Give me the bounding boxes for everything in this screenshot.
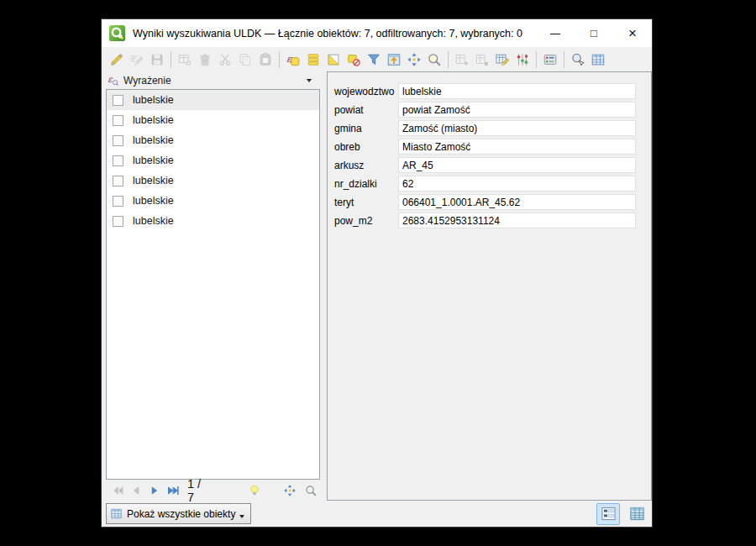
toolbar-separator	[279, 51, 280, 68]
field-label-teryt: teryt	[334, 197, 398, 208]
feature-label: lubelskie	[133, 175, 174, 186]
form-row: teryt	[328, 194, 651, 210]
show-all-features-button[interactable]: Pokaż wszystkie obiekty	[106, 503, 251, 524]
field-label-arkusz: arkusz	[334, 160, 398, 171]
expression-filter-dropdown[interactable]: ε Wyrażenie	[106, 71, 320, 89]
feature-navigation-bar: 1 / 7	[106, 480, 320, 501]
form-row: powiat	[328, 102, 651, 118]
pan-to-feature-button[interactable]	[281, 482, 299, 499]
pan-to-selection-button[interactable]	[404, 50, 424, 70]
last-feature-button[interactable]	[164, 482, 182, 499]
field-input-pow_m2[interactable]	[398, 213, 636, 228]
field-label-powiat: powiat	[334, 104, 398, 116]
paste-features-button	[255, 50, 276, 70]
field-label-obreb: obreb	[334, 141, 398, 153]
field-input-gmina[interactable]	[398, 120, 636, 136]
feature-label: lubelskie	[133, 94, 174, 106]
toolbar-separator	[448, 51, 449, 68]
form-row: wojewodztwo	[328, 83, 651, 99]
feature-checkbox-icon[interactable]	[113, 196, 123, 207]
nav-buttons	[108, 482, 182, 499]
expression-label: Wyrażenie	[123, 75, 171, 87]
field-label-wojewodztwo: wojewodztwo	[334, 86, 398, 97]
field-calculator-button[interactable]	[492, 50, 512, 70]
select-by-expression-button[interactable]: ε	[283, 50, 303, 70]
feature-list-item[interactable]: lubelskie	[107, 130, 319, 150]
next-feature-button[interactable]	[145, 482, 164, 499]
filter-features-button[interactable]	[364, 50, 384, 70]
feature-list-panel: ε Wyrażenie lubelskielubelskielubelskiel…	[106, 71, 320, 501]
minimize-button[interactable]: —	[536, 19, 575, 47]
feature-label: lubelskie	[133, 114, 174, 126]
zoom-search-settings-button[interactable]	[568, 50, 588, 70]
feature-checkbox-icon[interactable]	[113, 135, 123, 146]
field-input-teryt[interactable]	[398, 194, 636, 210]
uldk-results-window: Wyniki wyszukiwania ULDK — Łącznie obiek…	[101, 18, 653, 528]
select-all-button[interactable]	[303, 50, 323, 70]
show-all-features-label: Pokaż wszystkie obiekty	[127, 508, 235, 520]
field-input-wojewodztwo[interactable]	[398, 83, 636, 99]
field-label-gmina: gmina	[334, 123, 398, 134]
feature-list-item[interactable]: lubelskie	[107, 110, 319, 130]
feature-checkbox-icon[interactable]	[113, 115, 123, 126]
feature-checkbox-icon[interactable]	[113, 155, 123, 166]
field-input-obreb[interactable]	[398, 139, 636, 155]
feature-checkbox-icon[interactable]	[113, 216, 123, 227]
move-selection-top-button[interactable]	[384, 50, 404, 70]
field-input-nr_dzialki[interactable]	[398, 176, 636, 192]
feature-list-item[interactable]: lubelskie	[107, 191, 319, 211]
delete-field-button	[472, 50, 492, 70]
form-row: nr_dzialki	[328, 176, 651, 192]
form-row: gmina	[328, 120, 651, 136]
multi-edit-button	[127, 50, 147, 70]
field-input-powiat[interactable]	[398, 102, 636, 118]
window-controls: —□×	[536, 19, 652, 47]
field-label-nr_dzialki: nr_dzialki	[334, 178, 398, 190]
feature-list-item[interactable]: lubelskie	[107, 211, 319, 231]
highlight-feature-button[interactable]	[245, 482, 264, 499]
feature-list-item[interactable]: lubelskie	[107, 90, 319, 110]
zoom-to-feature-button[interactable]	[302, 482, 320, 499]
feature-counter: 1 / 7	[187, 477, 210, 504]
zoom-to-selection-button[interactable]	[424, 50, 444, 70]
conditional-formatting-button[interactable]	[512, 50, 533, 70]
feature-label: lubelskie	[133, 134, 174, 146]
feature-list-item[interactable]: lubelskie	[107, 171, 319, 191]
svg-text:ε: ε	[108, 74, 113, 84]
save-edits-button	[147, 50, 167, 70]
svg-text:ε: ε	[286, 52, 292, 64]
form-row: obreb	[328, 139, 651, 155]
invert-selection-button[interactable]	[323, 50, 344, 70]
copy-features-button	[235, 50, 255, 70]
previous-feature-button	[127, 482, 145, 499]
first-feature-button	[108, 482, 127, 499]
view-toggles	[596, 503, 648, 525]
qgis-logo-icon	[109, 25, 125, 41]
bottom-bar: Pokaż wszystkie obiekty	[102, 501, 652, 527]
attribute-toolbar: ε	[102, 47, 652, 71]
feature-checkbox-icon[interactable]	[113, 176, 123, 186]
close-button[interactable]: ×	[613, 19, 652, 47]
window-title: Wyniki wyszukiwania ULDK — Łącznie obiek…	[133, 28, 536, 39]
maximize-button[interactable]: □	[575, 19, 613, 47]
table-icon	[110, 507, 123, 520]
attribute-table-settings-button[interactable]	[588, 50, 608, 70]
deselect-all-button[interactable]	[344, 50, 364, 70]
dock-attribute-table-button[interactable]	[540, 50, 560, 70]
form-row: pow_m2	[328, 213, 651, 228]
field-input-arkusz[interactable]	[398, 157, 636, 173]
feature-checkbox-icon[interactable]	[113, 95, 123, 106]
feature-label: lubelskie	[133, 215, 174, 227]
toggle-editing-button[interactable]	[107, 50, 127, 70]
feature-label: lubelskie	[133, 195, 174, 207]
feature-form-panel: wojewodztwopowiatgminaobrebarkusznr_dzia…	[327, 71, 652, 501]
delete-selected-button	[195, 50, 215, 70]
add-feature-button	[175, 50, 195, 70]
form-row: arkusz	[328, 157, 651, 173]
toolbar-separator	[536, 51, 537, 68]
form-view-button[interactable]	[596, 503, 620, 525]
new-field-button	[452, 50, 472, 70]
titlebar: Wyniki wyszukiwania ULDK — Łącznie obiek…	[102, 19, 652, 47]
feature-list-item[interactable]: lubelskie	[107, 150, 319, 171]
table-view-button[interactable]	[625, 503, 648, 525]
